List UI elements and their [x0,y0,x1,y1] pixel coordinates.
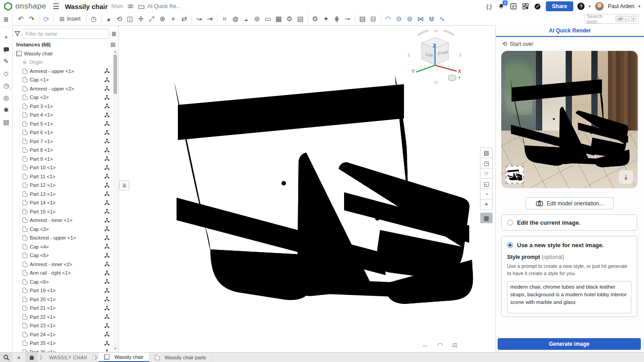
mate-icon[interactable] [104,77,109,82]
notifications-bell-icon[interactable]: 5 [497,2,505,10]
tree-instance-row[interactable]: Part 13 <1> [13,190,112,199]
mate-icon[interactable] [104,130,109,135]
new-tab-button[interactable]: + [13,353,25,362]
tree-instance-row[interactable]: Armrest - inner <1> [13,216,112,225]
mate-icon[interactable] [104,209,109,214]
mate-icon[interactable] [104,95,109,100]
document-settings-icon[interactable]: ▤ [357,14,368,24]
tree-instance-row[interactable]: Part 4 <1> [13,111,112,120]
net-trace-icon[interactable]: ⋓ [426,14,437,24]
angle-icon[interactable]: ◠ [435,339,445,350]
mate-icon[interactable]: ◕ [103,14,114,24]
tree-instance-row[interactable]: Part 19 <1> [13,286,112,295]
tree-root-row[interactable]: Wassily chair [13,49,112,58]
width-mate-icon[interactable]: ⇄ [179,14,190,24]
mate-icon[interactable] [104,341,109,346]
camera-icon[interactable]: ⌖ [480,199,493,210]
use-new-style-row[interactable]: Use a new style for next image. [507,242,631,249]
performance-warning-icon[interactable]: ◷⚠ [1,81,11,90]
link-icon[interactable] [127,4,134,9]
tree-instance-row[interactable]: Cap <2> [13,93,112,102]
mate-icon[interactable] [104,104,109,109]
tree-instance-row[interactable]: Part 22 <1> [13,312,112,321]
instances-tree-icon[interactable]: ≣ [1,15,11,27]
tree-instance-row[interactable]: Cap <5> [13,251,112,260]
mate-icon[interactable] [104,156,109,161]
ai-panel-tab[interactable]: AI Quick Render [496,25,644,37]
tree-instance-row[interactable]: Part 12 <1> [13,181,112,190]
mate-icon[interactable] [104,183,109,188]
mate-icon[interactable] [104,226,109,231]
mate-icon[interactable] [104,174,109,179]
mate-icon[interactable] [104,253,109,258]
breadcrumb[interactable]: WASSILY CHAII [44,353,93,362]
mate-icon[interactable] [104,148,109,153]
insert-instance-icon[interactable]: ⊞ [110,41,116,48]
search-tools-box[interactable]: Search tools... alt/ ⌄ c [585,14,639,24]
mate-icon[interactable] [104,297,109,302]
tree-instance-row[interactable]: Armrest - inner <2> [13,260,112,269]
appearance-icon[interactable]: ◔ [480,189,493,199]
tree-instance-row[interactable]: Cap <1> [13,76,112,85]
scroll-down-icon[interactable]: ▼ [113,347,118,351]
tree-instance-row[interactable]: Part 24 <1> [13,330,112,339]
mate-icon[interactable] [104,121,109,126]
measure-icon[interactable]: ↔ [420,339,431,350]
mate-connector-icon[interactable]: ⌖ [168,14,179,24]
mate-icon[interactable] [104,332,109,337]
connector-plug-icon[interactable]: ⊸ [342,14,353,24]
clock-icon[interactable]: ◷ [88,14,99,24]
mechanism-icon[interactable]: ⚙ [310,14,321,24]
radiate-trace-icon[interactable]: ⊚ [404,14,415,24]
wassily-chair-model[interactable] [170,72,476,315]
isometric-view-icon[interactable]: ◳ [480,158,493,168]
tree-instance-row[interactable]: Part 21 <1> [13,304,112,313]
mate-icon[interactable] [104,279,109,284]
help-caret-icon[interactable]: ▾ [589,4,591,9]
tree-instance-row[interactable]: Part 15 <1> [13,207,112,216]
tree-instance-row[interactable]: Backrest - upper <1> [13,234,112,243]
fit-width-icon[interactable]: ⇥ [204,14,215,24]
snap-mode-icon[interactable]: ⊕ [157,14,168,24]
part-help-icon[interactable]: ◇ [1,68,11,78]
path-icon[interactable]: ↝ [194,14,204,24]
mate-icon[interactable] [104,68,109,73]
tab-wassily-chair[interactable]: Wassily chair [99,353,149,362]
manipulate-icon[interactable]: ☞ [480,168,493,179]
help-icon[interactable]: ? [577,3,585,10]
pattern-icon[interactable]: ▦ [273,14,284,24]
start-over-button[interactable]: ⟲ Start over [502,41,533,47]
tree-instance-row[interactable]: Arm rail - right <1> [13,269,112,278]
new-style-radio[interactable] [507,242,513,248]
tab-wassily-chair-parts[interactable]: Wassily chair parts [150,353,212,362]
custom-features-icon[interactable]: {;} [485,2,493,10]
select-region-icon[interactable]: ⌗ [219,14,230,24]
mate-icon[interactable] [104,314,109,319]
tree-instance-row[interactable]: Part 25 <1> [13,339,112,348]
workspace-label[interactable]: Main [111,3,123,9]
part-star-icon[interactable]: ◍ [230,14,241,24]
learning-center-icon[interactable] [534,2,542,10]
tree-instance-row[interactable]: Part 3 <1> [13,102,112,111]
document-menu-icon[interactable]: ☰ [53,2,59,11]
tree-instance-row[interactable]: Part 20 <1> [13,295,112,304]
share-button[interactable]: Share [546,1,573,11]
tree-instance-row[interactable]: Part 7 <1> [13,137,112,146]
edit-current-image-option[interactable]: Edit the current image. [501,214,637,231]
mate-icon[interactable] [104,191,109,196]
filter-input[interactable] [22,29,109,39]
spline-trace-icon[interactable]: ∿ [437,14,448,24]
mate-icon[interactable] [104,288,109,293]
folder-name[interactable]: AI Quick Re... [147,3,181,9]
bowtie-trace-icon[interactable]: ⋈ [415,14,426,24]
part-cursor-icon[interactable]: ◒ [241,14,252,24]
redo-icon[interactable]: ↷ [26,14,37,24]
release-tasks-icon[interactable] [509,2,517,10]
gear-pair-icon[interactable]: ⚙ [284,14,295,24]
tree-instance-row[interactable]: Part 9 <1> [13,154,112,163]
user-avatar[interactable] [595,2,604,11]
mate-icon[interactable] [104,86,109,91]
download-image-button[interactable]: ⤓ [619,170,633,184]
view-cube[interactable]: Left Front Z Y X [405,27,464,86]
render-target-icon[interactable]: ◎ [1,93,11,103]
